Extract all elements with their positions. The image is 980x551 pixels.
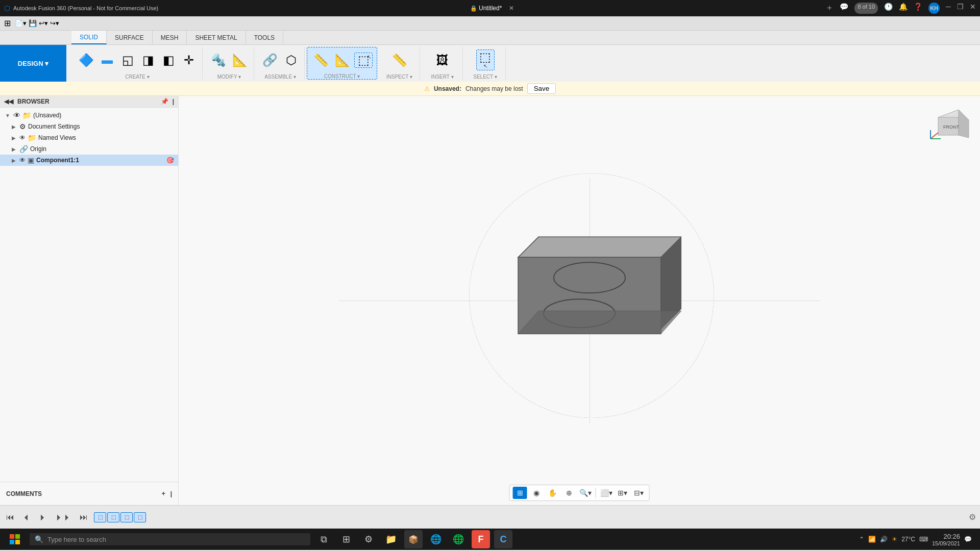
tree-origin[interactable]: ▶ 🔗 Origin	[0, 143, 178, 155]
save-document-btn[interactable]: Save	[527, 83, 556, 94]
assemble-btn1[interactable]: 🔗	[260, 53, 280, 67]
search-input[interactable]	[47, 536, 305, 543]
component-expand[interactable]: ▶	[10, 158, 17, 163]
chrome-icon[interactable]: 🌐	[427, 530, 445, 548]
tab-sheet-metal[interactable]: SHEET METAL	[187, 31, 246, 44]
view-options-btn[interactable]: ⊟▾	[632, 487, 646, 499]
bell-icon[interactable]: 🔔	[899, 3, 908, 14]
restore-btn[interactable]: ❐	[957, 3, 964, 14]
modify-btn1[interactable]: 🔩	[209, 53, 228, 67]
chrome2-icon[interactable]: 🌐	[449, 530, 468, 548]
search-bar[interactable]: 🔍	[30, 533, 310, 545]
tree-named-views[interactable]: ▶ 👁 📁 Named Views	[0, 132, 178, 143]
app-f-icon[interactable]: F	[472, 530, 490, 548]
construct-btn2[interactable]: 📐	[333, 53, 352, 67]
save-btn-quick[interactable]: 💾	[29, 19, 37, 27]
timeline-marker-4[interactable]: ⬚	[134, 512, 146, 522]
timeline-prev-btn[interactable]: ⏴	[20, 512, 33, 523]
origin-expand[interactable]: ▶	[10, 146, 17, 152]
revolve-btn[interactable]: ◱	[118, 53, 137, 67]
chat-icon[interactable]: 💬	[840, 3, 848, 14]
tab-mesh[interactable]: MESH	[153, 31, 187, 44]
construct-label[interactable]: CONSTRUCT ▾	[311, 73, 373, 79]
timeline-marker-1[interactable]: ⬚	[94, 512, 106, 522]
sweep-btn[interactable]: ◨	[139, 53, 157, 67]
insert-image-btn[interactable]: 🖼	[433, 53, 452, 67]
minimize-btn[interactable]: ─	[946, 3, 951, 14]
grid-btn[interactable]: ⊞▾	[616, 487, 630, 499]
tree-component[interactable]: ▶ 👁 ▣ Component1:1 🎯	[0, 155, 178, 166]
keyboard-icon[interactable]: ⌨	[919, 536, 928, 543]
collapse-arrow[interactable]: ◀◀	[4, 98, 13, 105]
pan-btn[interactable]: ✋	[546, 487, 560, 499]
taskbar-show-hidden-icon[interactable]: ⌃	[859, 536, 864, 543]
loft-btn[interactable]: ◧	[159, 53, 178, 67]
user-avatar[interactable]: KH	[928, 3, 940, 14]
timeline-marker-3[interactable]: ⬚	[120, 512, 133, 522]
extrude-btn[interactable]: ▬	[98, 54, 116, 67]
new-body-btn[interactable]: 🔷	[77, 53, 96, 67]
timeline-marker-2[interactable]: ⬚	[107, 512, 119, 522]
start-button[interactable]	[4, 529, 26, 550]
select-tool-btn[interactable]: ⬚ ↖	[354, 53, 373, 68]
root-eye-icon[interactable]: 👁	[13, 111, 20, 119]
fit-btn[interactable]: ⊕	[562, 487, 576, 499]
app-c-icon[interactable]: C	[494, 530, 512, 548]
widgets-btn[interactable]: ⊞	[337, 530, 355, 548]
view-cube[interactable]: FRONT	[928, 102, 974, 143]
sketch-grid-btn[interactable]: ⊞	[513, 487, 527, 499]
assemble-btn2[interactable]: ⬡	[282, 53, 300, 67]
create-label[interactable]: CREATE ▾	[77, 74, 198, 80]
undo-btn[interactable]: ↩▾	[39, 19, 48, 27]
timeline-start-btn[interactable]: ⏮	[4, 512, 16, 523]
modify-label[interactable]: MODIFY ▾	[209, 74, 250, 80]
insert-label[interactable]: INSERT ▾	[426, 74, 458, 80]
taskbar-app1-icon[interactable]: 📦	[404, 530, 423, 548]
notification-btn[interactable]: 💬	[964, 536, 972, 543]
3d-model[interactable]	[477, 227, 681, 361]
zoom-btn[interactable]: 🔍▾	[578, 487, 593, 499]
add-tab-btn[interactable]: ＋	[825, 3, 834, 14]
clock[interactable]: 20:26 15/09/2021	[932, 533, 960, 546]
tab-close-icon[interactable]: ✕	[509, 5, 514, 12]
task-view-btn[interactable]: ⧉	[314, 530, 333, 548]
doc-settings-expand[interactable]: ▶	[10, 124, 17, 130]
root-expand-icon[interactable]: ▼	[4, 113, 11, 118]
orbit-btn[interactable]: ◉	[529, 487, 544, 499]
tree-doc-settings[interactable]: ▶ ⚙ Document Settings	[0, 121, 178, 132]
taskbar-settings-icon[interactable]: ⚙	[359, 530, 378, 548]
close-btn[interactable]: ✕	[970, 3, 976, 14]
browser-more-icon[interactable]: |	[173, 98, 174, 105]
measure-btn[interactable]: 📏	[390, 53, 409, 67]
network-icon[interactable]: 📶	[868, 536, 876, 543]
app-menu-icon[interactable]: ⊞	[4, 18, 11, 28]
browser-pin-icon[interactable]: 📌	[161, 98, 168, 105]
design-btn[interactable]: DESIGN ▾	[0, 45, 66, 82]
comments-add-icon[interactable]: ＋	[160, 489, 166, 498]
component-eye-icon[interactable]: 👁	[19, 157, 26, 164]
select-btn[interactable]: ⬚ ↖	[476, 49, 495, 70]
inspect-label[interactable]: INSPECT ▾	[383, 74, 415, 80]
viewport[interactable]: FRONT ⊞ ◉ ✋ ⊕ 🔍▾ ⬜▾ ⊞▾ ⊟▾	[179, 96, 980, 505]
tree-root[interactable]: ▼ 👁 📁 (Unsaved)	[0, 110, 178, 121]
tab-tools[interactable]: TOOLS	[246, 31, 283, 44]
component-target-icon[interactable]: 🎯	[166, 157, 174, 164]
move-btn[interactable]: ✛	[180, 53, 198, 67]
assemble-label[interactable]: ASSEMBLE ▾	[260, 74, 300, 80]
timeline-next-btn[interactable]: ⏵⏵	[53, 512, 74, 523]
tab-surface[interactable]: SURFACE	[107, 31, 153, 44]
modify-btn2[interactable]: 📐	[230, 53, 250, 67]
new-btn[interactable]: 📄▾	[15, 19, 27, 27]
notification-count[interactable]: 8 of 10	[854, 3, 878, 14]
construct-btn1[interactable]: 📏	[311, 53, 331, 67]
timeline-end-btn[interactable]: ⏭	[78, 512, 90, 523]
redo-btn[interactable]: ↪▾	[50, 19, 59, 27]
timeline-play-btn[interactable]: ⏵	[37, 512, 49, 523]
tab-solid[interactable]: SOLID	[71, 31, 107, 44]
select-label[interactable]: SELECT ▾	[469, 74, 501, 80]
display-mode-btn[interactable]: ⬜▾	[599, 487, 614, 499]
volume-icon[interactable]: 🔊	[880, 536, 888, 543]
comments-more-icon[interactable]: |	[170, 490, 172, 497]
timeline-settings-icon[interactable]: ⚙	[969, 512, 976, 522]
file-explorer-icon[interactable]: 📁	[382, 530, 400, 548]
